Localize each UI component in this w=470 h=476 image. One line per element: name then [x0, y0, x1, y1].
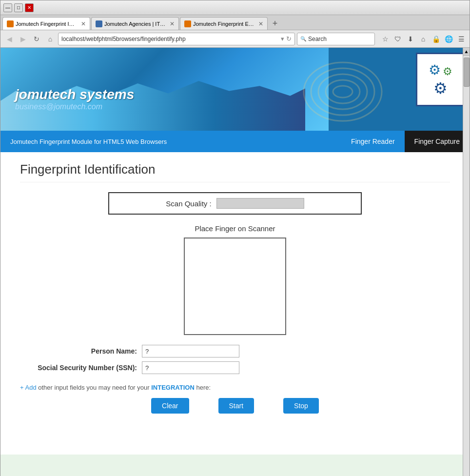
globe-icon[interactable]: 🌐 — [443, 34, 454, 44]
svg-point-3 — [326, 80, 360, 103]
tab-label-2: Jomutech Agencies | IT Consul... — [104, 21, 166, 27]
ssn-row: Social Security Number (SSN): — [20, 361, 450, 374]
tab-favicon-2 — [96, 20, 102, 27]
clear-button[interactable]: Clear — [151, 398, 189, 414]
tab-favicon-3 — [184, 20, 191, 27]
tab-close-2[interactable]: ✕ — [170, 20, 175, 27]
refresh-icon[interactable]: ↻ — [286, 35, 292, 42]
forward-button[interactable]: ▶ — [17, 33, 29, 45]
scan-quality-box: Scan Quality : — [108, 192, 362, 215]
tabs-bar: Jomutech Fingerprint Ident... ✕ Jomutech… — [0, 15, 470, 30]
scanner-section: Place Finger on Scanner — [20, 224, 450, 335]
gear-green-icon: ⚙ — [443, 65, 452, 78]
site-nav: Jomutech Fingerprint Module for HTML5 We… — [0, 131, 470, 152]
nav-item-finger-capture[interactable]: Finger Capture — [405, 131, 470, 152]
tab-close-3[interactable]: ✕ — [258, 20, 263, 27]
nav-bar: ◀ ▶ ↻ ⌂ localhost/webfphtml5browsers/fin… — [0, 30, 470, 48]
fingerprint-bg-svg — [299, 58, 387, 126]
svg-point-4 — [333, 86, 352, 98]
scroll-thumb[interactable] — [464, 58, 470, 87]
tab-2[interactable]: Jomutech Agencies | IT Consul... ✕ — [91, 17, 179, 30]
header-text: jomutech systems business@jomutech.com — [15, 87, 134, 111]
integration-prefix: other input fields you may need for your — [38, 384, 151, 391]
page-content: ⚙ ⚙ ⚙ jomutech systems business@jomutech… — [0, 48, 470, 476]
company-email: business@jomutech.com — [15, 102, 134, 111]
nav-item-finger-reader[interactable]: Finger Reader — [341, 131, 405, 152]
address-text: localhost/webfphtml5browsers/fingerident… — [61, 36, 279, 42]
scroll-up-button[interactable]: ▲ — [463, 48, 470, 56]
scanner-box — [184, 238, 286, 335]
shield-icon[interactable]: 🛡 — [392, 34, 403, 44]
lock-icon[interactable]: 🔒 — [431, 34, 441, 44]
title-bar-controls: — □ ✕ — [3, 3, 34, 12]
scan-quality-bar — [216, 198, 304, 209]
tab-3[interactable]: Jomutech Fingerprint Enrol... ✕ — [180, 17, 268, 30]
home-icon[interactable]: ⌂ — [418, 34, 429, 44]
integration-suffix: here: — [196, 384, 211, 391]
menu-icon[interactable]: ☰ — [456, 34, 467, 44]
scrollbar: ▲ ▼ — [463, 48, 470, 476]
form-section: Person Name: Social Security Number (SSN… — [20, 345, 450, 374]
svg-point-0 — [304, 62, 382, 121]
integration-text: + Add other input fields you may need fo… — [20, 384, 450, 391]
tab-label-1: Jomutech Fingerprint Ident... — [16, 21, 77, 27]
tab-close-1[interactable]: ✕ — [81, 20, 86, 27]
tab-favicon-1 — [7, 20, 14, 27]
footer-area — [0, 455, 470, 476]
person-name-row: Person Name: — [20, 345, 450, 357]
address-bar[interactable]: localhost/webfphtml5browsers/fingerident… — [58, 33, 295, 45]
search-input-label: Search — [308, 36, 372, 42]
page-title: Fingerprint Identification — [20, 162, 450, 182]
back-button[interactable]: ◀ — [3, 33, 15, 45]
home-button[interactable]: ⌂ — [44, 33, 56, 45]
minimize-button[interactable]: — — [3, 3, 12, 12]
maximize-button[interactable]: □ — [14, 3, 23, 12]
nav-brand: Jomutech Fingerprint Module for HTML5 We… — [0, 138, 341, 145]
bookmark-icon[interactable]: ☆ — [380, 34, 391, 44]
browser-window: — □ ✕ Jomutech Fingerprint Ident... ✕ Jo… — [0, 0, 470, 476]
search-icon: 🔍 — [300, 36, 306, 41]
integration-link[interactable]: INTEGRATION — [151, 384, 195, 391]
scanner-instruction: Place Finger on Scanner — [20, 224, 450, 233]
download-icon[interactable]: ⬇ — [405, 34, 416, 44]
gear-large-icon: ⚙ — [433, 79, 448, 98]
dropdown-icon[interactable]: ▾ — [281, 35, 284, 42]
start-button[interactable]: Start — [218, 398, 255, 414]
tab-1[interactable]: Jomutech Fingerprint Ident... ✕ — [2, 17, 90, 30]
scan-quality-label: Scan Quality : — [166, 199, 211, 208]
add-link[interactable]: + Add — [20, 384, 37, 391]
ssn-label: Social Security Number (SSN): — [20, 364, 137, 372]
close-button[interactable]: ✕ — [25, 3, 34, 12]
gear-blue-icon: ⚙ — [429, 62, 441, 78]
company-name: jomutech systems — [15, 87, 134, 102]
title-bar: — □ ✕ — [0, 0, 470, 15]
person-name-label: Person Name: — [20, 347, 137, 355]
main-content: Fingerprint Identification Scan Quality … — [0, 152, 470, 455]
toolbar-icons: ☆ 🛡 ⬇ ⌂ 🔒 🌐 ☰ — [380, 34, 467, 44]
address-icons: ▾ ↻ — [281, 35, 292, 42]
svg-point-1 — [311, 68, 374, 115]
stop-button[interactable]: Stop — [283, 398, 319, 414]
site-header: ⚙ ⚙ ⚙ jomutech systems business@jomutech… — [0, 48, 470, 131]
person-name-input[interactable] — [142, 345, 239, 357]
button-row: Clear Start Stop — [20, 398, 450, 414]
header-logo: ⚙ ⚙ ⚙ — [416, 53, 465, 106]
reload-button[interactable]: ↻ — [31, 33, 42, 45]
search-bar[interactable]: 🔍 Search — [297, 33, 375, 45]
new-tab-button[interactable]: + — [269, 17, 281, 30]
tab-label-3: Jomutech Fingerprint Enrol... — [193, 21, 255, 27]
ssn-input[interactable] — [142, 361, 239, 374]
